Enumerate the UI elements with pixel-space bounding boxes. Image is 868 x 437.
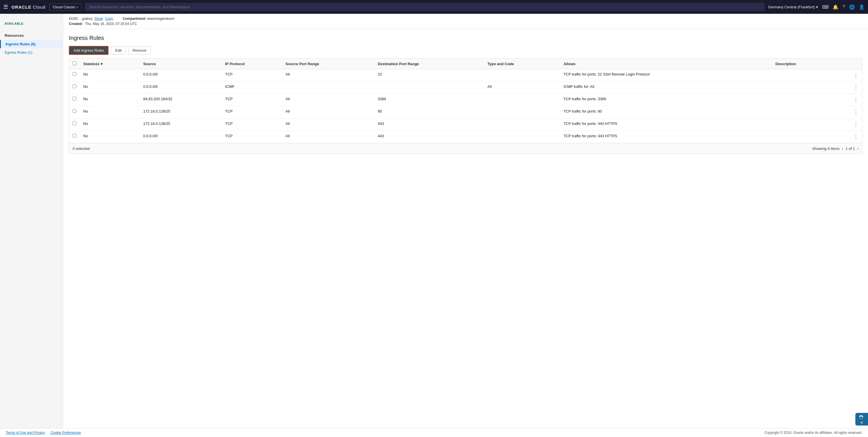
add-ingress-rules-button[interactable]: Add Ingress Rules	[69, 46, 108, 55]
select-all-checkbox[interactable]	[73, 61, 76, 65]
header-source-port-range: Source Port Range	[282, 59, 374, 69]
row-source: 0.0.0.0/0	[140, 82, 222, 94]
row-checkbox-cell	[69, 82, 80, 94]
header-stateless[interactable]: Stateless ▾	[80, 59, 140, 69]
compartment-value: iwanrloogendoorn	[147, 17, 175, 21]
table-row: No 0.0.0.0/0 TCP All 443 TCP traffic for…	[69, 131, 862, 143]
header-source: Source	[140, 59, 222, 69]
header-type-and-code: Type and Code	[484, 59, 560, 69]
row-source-port: All	[282, 131, 374, 143]
region-label: Germany Central (Frankfurt)	[768, 5, 815, 9]
globe-icon[interactable]: 🌐	[849, 4, 855, 10]
row-type-code	[484, 131, 560, 143]
row-more-icon[interactable]: ⋮	[834, 119, 862, 131]
remove-button[interactable]: Remove	[128, 46, 151, 55]
show-link[interactable]: Show	[94, 17, 103, 21]
row-more-icon[interactable]: ⋮	[834, 69, 862, 82]
footer-left: Terms of Use and Privacy Cookie Preferen…	[6, 431, 81, 435]
row-type-code	[484, 69, 560, 82]
row-source-port: All	[282, 119, 374, 131]
row-more-icon[interactable]: ⋮	[834, 94, 862, 106]
row-checkbox-cell	[69, 131, 80, 143]
hamburger-menu-icon[interactable]: ☰	[3, 4, 8, 10]
footer-copyright: Copyright © 2024, Oracle and/or its affi…	[764, 431, 862, 435]
row-checkbox[interactable]	[73, 72, 76, 76]
left-panel: AVAILABLE Resources Ingress Rules (6) Eg…	[0, 14, 63, 437]
sidebar-item-ingress[interactable]: Ingress Rules (6)	[0, 40, 63, 48]
row-checkbox-cell	[69, 106, 80, 119]
header-ip-protocol: IP Protocol	[222, 59, 282, 69]
table-footer: 0 selected Showing 6 items ‹ 1 of 1 ›	[69, 143, 862, 154]
terms-link[interactable]: Terms of Use and Privacy	[6, 431, 45, 435]
row-type-code	[484, 106, 560, 119]
compartment-label: Compartment:	[123, 17, 146, 21]
available-badge: AVAILABLE	[0, 20, 63, 26]
row-dest-port: 22	[374, 69, 484, 82]
row-dest-port: 80	[374, 106, 484, 119]
row-ip-protocol: TCP	[222, 131, 282, 143]
pagination: Showing 6 items ‹ 1 of 1 ›	[812, 146, 859, 151]
row-more-icon[interactable]: ⋮	[834, 82, 862, 94]
row-checkbox-cell	[69, 119, 80, 131]
row-description	[772, 119, 835, 131]
row-checkbox[interactable]	[73, 109, 76, 113]
edit-button[interactable]: Edit	[111, 46, 126, 55]
bell-icon[interactable]: 🔔	[833, 4, 838, 10]
toolbar: Add Ingress Rules Edit Remove	[69, 46, 862, 55]
row-dest-port: 443	[374, 131, 484, 143]
row-source: 172.16.0.128/25	[140, 119, 222, 131]
row-ip-protocol: TCP	[222, 106, 282, 119]
row-description	[772, 106, 835, 119]
row-checkbox[interactable]	[73, 121, 76, 125]
copy-link[interactable]: Copy	[105, 17, 113, 21]
row-stateless: No	[80, 131, 140, 143]
next-page-button[interactable]: ›	[857, 146, 859, 151]
row-stateless: No	[80, 106, 140, 119]
row-checkbox-cell	[69, 94, 80, 106]
created-label: Created:	[69, 22, 83, 26]
row-ip-protocol: TCP	[222, 69, 282, 82]
row-ip-protocol: ICMP	[222, 82, 282, 94]
help-icon[interactable]: ?	[842, 4, 845, 9]
ingress-rules-link[interactable]: Ingress Rules (6)	[5, 42, 36, 46]
help-widget-grid-icon: ⊞	[861, 421, 863, 424]
created-value: Thu, May 16, 2024, 07:15:04 UTC	[85, 22, 137, 26]
guid-value: ...jyakoq	[80, 17, 92, 21]
row-checkbox-cell	[69, 69, 80, 82]
cloud-classic-button[interactable]: Cloud Classic ›	[49, 3, 82, 11]
row-stateless: No	[80, 94, 140, 106]
row-type-code	[484, 94, 560, 106]
sidebar-item-egress[interactable]: Egress Rules (1)	[0, 48, 63, 57]
guid-label: GUID:	[69, 17, 79, 21]
row-stateless: No	[80, 119, 140, 131]
region-chevron-icon: ▾	[816, 5, 818, 9]
user-icon[interactable]: 👤	[859, 4, 865, 10]
code-icon[interactable]: ⌨	[822, 4, 829, 10]
search-input[interactable]	[85, 3, 765, 11]
row-checkbox[interactable]	[73, 134, 76, 137]
row-checkbox[interactable]	[73, 85, 76, 88]
prev-page-button[interactable]: ‹	[842, 146, 843, 151]
row-checkbox[interactable]	[73, 97, 76, 100]
main-wrapper: AVAILABLE Resources Ingress Rules (6) Eg…	[0, 14, 868, 437]
region-selector[interactable]: Germany Central (Frankfurt) ▾	[768, 5, 818, 9]
table-row: No 0.0.0.0/0 TCP All 22 TCP traffic for …	[69, 69, 862, 82]
row-stateless: No	[80, 69, 140, 82]
info-bar: GUID: ...jyakoq Show Copy Compartment: i…	[63, 14, 868, 29]
table-row: No 0.0.0.0/0 ICMP All ICMP traffic for: …	[69, 82, 862, 94]
table-row: No 172.16.0.128/25 TCP All 80 TCP traffi…	[69, 106, 862, 119]
egress-rules-link[interactable]: Egress Rules (1)	[5, 50, 32, 55]
row-more-icon[interactable]: ⋮	[834, 106, 862, 119]
row-allows: TCP traffic for ports: 22 SSH Remote Log…	[560, 69, 772, 82]
row-dest-port: 3389	[374, 94, 484, 106]
row-more-icon[interactable]: ⋮	[834, 131, 862, 143]
help-widget[interactable]: ⛑ ⊞	[856, 413, 868, 426]
resources-title: Resources	[0, 31, 63, 40]
cookie-link[interactable]: Cookie Preferences	[51, 431, 81, 435]
row-source-port: All	[282, 106, 374, 119]
row-allows: TCP traffic for ports: 80	[560, 106, 772, 119]
row-stateless: No	[80, 82, 140, 94]
row-source: 84.83.203.184/32	[140, 94, 222, 106]
ingress-rules-table: Stateless ▾ Source IP Protocol Source Po…	[69, 58, 862, 154]
row-source-port: All	[282, 69, 374, 82]
